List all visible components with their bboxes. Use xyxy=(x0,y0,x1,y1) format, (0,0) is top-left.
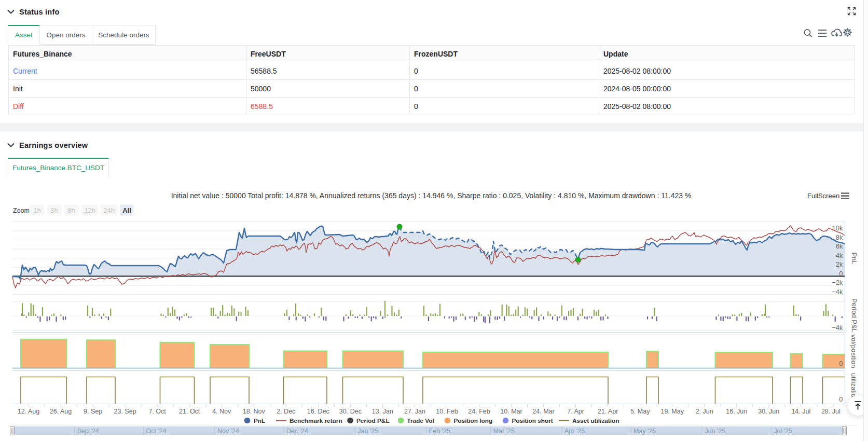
svg-text:1h: 1h xyxy=(33,206,40,214)
svg-text:30. Dec: 30. Dec xyxy=(339,408,362,415)
svg-text:10. Mar: 10. Mar xyxy=(500,408,522,415)
svg-text:13. Jan: 13. Jan xyxy=(372,408,393,415)
svg-text:Period P&L: Period P&L xyxy=(356,417,390,424)
svg-text:27. Jan: 27. Jan xyxy=(404,408,425,415)
svg-text:Position long: Position long xyxy=(454,417,493,424)
svg-text:−2k: −2k xyxy=(832,279,843,286)
svg-text:Initial net value : 50000 Tota: Initial net value : 50000 Total profit: … xyxy=(171,191,692,200)
svg-text:Feb '25: Feb '25 xyxy=(429,428,450,435)
svg-text:3h: 3h xyxy=(50,206,58,214)
svg-text:5. May: 5. May xyxy=(630,408,650,415)
svg-text:Jul '25: Jul '25 xyxy=(774,428,792,435)
svg-text:28. Jul: 28. Jul xyxy=(821,408,841,415)
svg-text:24h: 24h xyxy=(103,206,115,214)
svg-text:vol/position: vol/position xyxy=(850,334,858,368)
svg-text:−4k: −4k xyxy=(832,324,843,332)
svg-text:Benchmark return: Benchmark return xyxy=(290,417,342,424)
svg-text:4. Nov: 4. Nov xyxy=(212,408,231,415)
svg-text:19. May: 19. May xyxy=(660,408,684,415)
svg-text:2k: 2k xyxy=(836,260,843,268)
svg-text:14. Jul: 14. Jul xyxy=(791,408,810,415)
svg-text:0: 0 xyxy=(839,360,843,367)
svg-text:6k: 6k xyxy=(836,242,843,250)
svg-text:10. Feb: 10. Feb xyxy=(436,408,458,415)
svg-text:23. Sep: 23. Sep xyxy=(114,408,136,415)
svg-text:7. Oct: 7. Oct xyxy=(148,408,166,415)
svg-text:Asset utilization: Asset utilization xyxy=(572,417,619,424)
svg-text:21. Apr: 21. Apr xyxy=(598,408,618,415)
svg-text:Nov '24: Nov '24 xyxy=(217,428,239,435)
svg-text:26. Aug: 26. Aug xyxy=(50,408,72,415)
svg-text:FullScreen: FullScreen xyxy=(807,192,839,200)
svg-text:Apr '25: Apr '25 xyxy=(564,428,585,435)
svg-text:Zoom: Zoom xyxy=(13,207,30,214)
svg-text:8h: 8h xyxy=(67,206,75,214)
svg-text:7. Apr: 7. Apr xyxy=(567,408,584,415)
svg-text:0: 0 xyxy=(839,395,843,403)
svg-text:Trade Vol: Trade Vol xyxy=(407,417,434,424)
svg-text:Dec '24: Dec '24 xyxy=(286,428,308,435)
svg-text:12h: 12h xyxy=(84,206,95,214)
svg-text:May '25: May '25 xyxy=(633,428,656,435)
svg-text:9. Sep: 9. Sep xyxy=(84,408,102,415)
svg-text:Jun '25: Jun '25 xyxy=(705,428,725,435)
svg-text:PnL: PnL xyxy=(850,252,858,264)
svg-text:Oct '24: Oct '24 xyxy=(146,428,167,435)
svg-text:2. Dec: 2. Dec xyxy=(277,408,295,415)
svg-text:24. Feb: 24. Feb xyxy=(468,408,490,415)
svg-text:16. Dec: 16. Dec xyxy=(307,408,329,415)
svg-text:21. Oct: 21. Oct xyxy=(179,408,200,415)
svg-text:Position short: Position short xyxy=(512,417,553,424)
svg-text:8k: 8k xyxy=(836,233,843,241)
svg-text:Sep '24: Sep '24 xyxy=(77,428,99,435)
svg-text:Jan '25: Jan '25 xyxy=(357,428,378,435)
svg-text:30. Jun: 30. Jun xyxy=(758,408,779,415)
svg-text:12. Aug: 12. Aug xyxy=(18,408,39,415)
svg-text:2. Jun: 2. Jun xyxy=(696,408,713,415)
svg-text:18. Nov: 18. Nov xyxy=(243,408,266,415)
svg-text:All: All xyxy=(122,206,131,214)
svg-text:16. Jun: 16. Jun xyxy=(726,408,747,415)
svg-text:Mar '25: Mar '25 xyxy=(493,428,515,435)
svg-text:−4k: −4k xyxy=(832,288,843,296)
svg-text:0: 0 xyxy=(839,270,843,278)
svg-text:4k: 4k xyxy=(836,252,843,259)
svg-text:10k: 10k xyxy=(832,224,843,232)
svg-text:24. Mar: 24. Mar xyxy=(532,408,554,415)
svg-text:PnL: PnL xyxy=(254,417,265,424)
svg-text:Period P&L: Period P&L xyxy=(850,298,858,333)
